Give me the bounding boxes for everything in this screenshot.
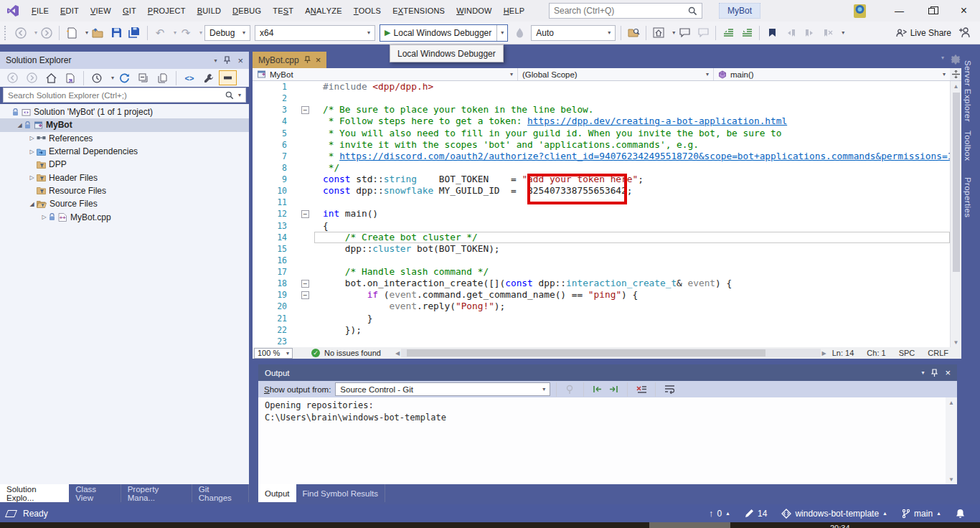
nav-project-dropdown[interactable]: MyBot▾ — [253, 68, 518, 80]
output-log[interactable]: Opening repositories:C:\Users\brain\wind… — [258, 397, 946, 484]
code-line-20[interactable]: 20 event.reply("Pong!"); — [253, 301, 950, 312]
scroll-right-arrow[interactable]: ▶ — [822, 348, 826, 358]
column-indicator[interactable]: Ch: 1 — [867, 349, 885, 357]
search-options-dropdown[interactable]: ▾ — [238, 92, 241, 98]
expander-icon[interactable]: ▷ — [39, 214, 49, 220]
repository-button[interactable]: windows-bot-template ▲ — [781, 509, 887, 519]
tree-item-source-files[interactable]: ◢Source Files — [0, 197, 249, 210]
collapse-all-button[interactable] — [135, 70, 152, 87]
pin-icon[interactable] — [224, 56, 230, 65]
output-position-dropdown[interactable]: ▾ — [921, 369, 924, 376]
tree-item-mybot-cpp[interactable]: ▷++MyBot.cpp — [0, 210, 249, 223]
navigate-back-dropdown[interactable]: ▾ — [34, 29, 37, 36]
code-line-6[interactable]: 6 * invite it with the scopes 'bot' and … — [253, 139, 950, 151]
menu-help[interactable]: HELP — [498, 0, 531, 22]
tree-item-resource-files[interactable]: Resource Files — [0, 184, 249, 197]
attach-combo[interactable]: Auto▾ — [531, 25, 616, 41]
solution-explorer-search[interactable]: ▾ — [3, 88, 246, 103]
window-position-dropdown[interactable]: ▾ — [214, 57, 217, 64]
menu-extensions[interactable]: EXTENSIONS — [387, 0, 451, 22]
expander-icon[interactable]: ▷ — [27, 135, 37, 141]
bookmark-button[interactable] — [763, 24, 781, 42]
tab-output[interactable]: Output — [258, 484, 296, 502]
start-debugging-button[interactable]: ▶ Local Windows Debugger ▾ — [380, 24, 508, 42]
tab-mybot-cpp[interactable]: MyBot.cpp × — [253, 52, 326, 68]
code-line-14[interactable]: 14 /* Create bot cluster */ — [253, 232, 950, 243]
redo-button[interactable]: ↷ — [177, 24, 194, 42]
vertical-tab-toolbox[interactable]: Toolbox — [963, 131, 972, 161]
toolbar-overflow-dropdown[interactable]: ▾ — [842, 29, 844, 36]
output-pin-icon[interactable] — [931, 369, 938, 377]
notifications-bell-icon[interactable] — [956, 509, 965, 519]
editor-options-gear-icon[interactable] — [951, 55, 961, 65]
pin-tab-icon[interactable] — [304, 56, 311, 64]
menu-test[interactable]: TEST — [267, 0, 299, 22]
output-scrollbar[interactable]: ▲ ▼ — [946, 397, 957, 484]
menu-project[interactable]: PROJECT — [142, 0, 192, 22]
fold-toggle[interactable]: − — [296, 104, 314, 116]
code-line-3[interactable]: 3−/* Be sure to place your token in the … — [253, 104, 950, 116]
toolbar-grip[interactable] — [4, 26, 9, 40]
menu-debug[interactable]: DEBUG — [227, 0, 267, 22]
solution-search-input[interactable] — [8, 91, 225, 100]
tab-list-dropdown[interactable]: ▾ — [941, 55, 944, 65]
tab-find-symbol-results[interactable]: Find Symbol Results — [296, 484, 385, 502]
tree-item-mybot[interactable]: ◢MyBot — [0, 118, 249, 131]
expander-icon[interactable]: ▷ — [27, 148, 37, 155]
output-close-icon[interactable]: × — [945, 367, 951, 378]
code-line-2[interactable]: 2 — [253, 93, 950, 104]
output-scroll-down[interactable]: ▼ — [948, 474, 954, 484]
menu-analyze[interactable]: ANALYZE — [299, 0, 348, 22]
code-line-13[interactable]: 13{ — [253, 220, 950, 232]
menu-file[interactable]: FILE — [26, 0, 55, 22]
increase-indent-button[interactable] — [738, 24, 755, 42]
close-panel-icon[interactable]: × — [237, 55, 243, 66]
fold-toggle[interactable]: − — [296, 289, 314, 301]
push-dropdown[interactable]: ▲ — [725, 511, 730, 516]
restore-button[interactable] — [915, 0, 948, 22]
code-line-4[interactable]: 4 * Follow steps here to get a token: ht… — [253, 116, 950, 127]
editor-vertical-scrollbar[interactable]: ▲ ▼ — [950, 81, 961, 347]
quick-search[interactable] — [549, 3, 702, 19]
solution-explorer-header[interactable]: Solution Explorer ▾ × — [0, 52, 249, 69]
next-message-button[interactable] — [608, 385, 618, 394]
background-tasks-icon[interactable] — [5, 510, 17, 517]
fold-toggle[interactable]: − — [296, 208, 314, 220]
menu-view[interactable]: VIEW — [85, 0, 117, 22]
pending-edits-button[interactable]: 14 — [745, 509, 767, 519]
preview-selected-items-toggle[interactable] — [219, 70, 237, 85]
redo-dropdown[interactable]: ▾ — [199, 29, 202, 36]
close-tab-icon[interactable]: × — [316, 55, 321, 65]
fold-toggle[interactable]: − — [296, 278, 314, 289]
home-button[interactable] — [650, 24, 667, 42]
line-indicator[interactable]: Ln: 14 — [832, 349, 854, 357]
code-line-1[interactable]: 1#include <dpp/dpp.h> — [253, 81, 950, 93]
tab-solution-explo[interactable]: Solution Explo... — [0, 484, 69, 502]
menu-build[interactable]: BUILD — [192, 0, 227, 22]
filter-dropdown[interactable]: ▾ — [111, 75, 114, 81]
output-scroll-up[interactable]: ▲ — [948, 397, 954, 407]
code-line-17[interactable]: 17 /* Handle slash command */ — [253, 266, 950, 278]
output-panel-header[interactable]: Output ▾ × — [258, 364, 957, 381]
clear-all-button[interactable] — [636, 385, 646, 394]
minimize-button[interactable]: — — [883, 0, 915, 22]
menu-tools[interactable]: TOOLS — [348, 0, 387, 22]
new-project-button[interactable] — [63, 24, 80, 42]
issues-label[interactable]: No issues found — [324, 349, 381, 357]
sync-with-active-document-button[interactable] — [62, 70, 79, 87]
new-item-dropdown[interactable]: ▾ — [85, 29, 88, 36]
comment-button[interactable] — [676, 24, 693, 42]
vertical-tab-server-explorer[interactable]: Server Explorer — [963, 60, 972, 122]
word-wrap-button[interactable] — [664, 385, 675, 394]
decrease-indent-button[interactable] — [720, 24, 737, 42]
close-button[interactable]: × — [948, 0, 980, 22]
save-all-button[interactable] — [126, 24, 143, 42]
feedback-button[interactable] — [958, 27, 970, 38]
tree-item-references[interactable]: ▷References — [0, 132, 249, 145]
code-line-21[interactable]: 21 } — [253, 313, 950, 324]
code-line-19[interactable]: 19− if (event.command.get_command_name()… — [253, 289, 950, 301]
tab-property-mana[interactable]: Property Mana... — [121, 484, 192, 502]
expander-icon[interactable]: ▷ — [27, 174, 37, 181]
hscroll-thumb[interactable] — [407, 349, 765, 357]
open-file-button[interactable] — [89, 24, 106, 42]
